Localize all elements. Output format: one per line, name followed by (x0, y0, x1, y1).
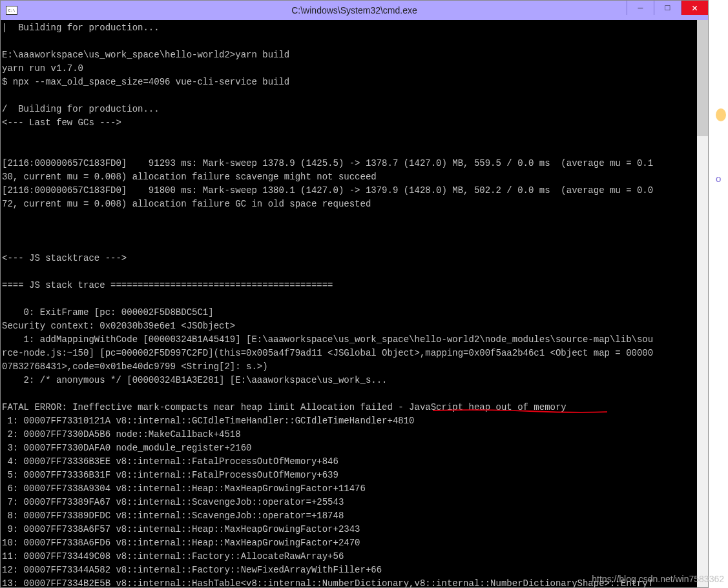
maximize-button[interactable]: □ (654, 1, 681, 15)
cmd-icon: C:\ (6, 6, 17, 15)
terminal-output[interactable]: | Building for production... E:\aaaworks… (1, 20, 697, 587)
scrollbar-vertical[interactable] (697, 20, 708, 587)
window-title: C:\windows\System32\cmd.exe (291, 5, 417, 15)
partial-letter: o (716, 173, 721, 184)
close-button[interactable]: ✕ (681, 1, 708, 15)
minimize-button[interactable]: — (627, 1, 654, 15)
right-background-strip (709, 0, 728, 588)
partial-orange-circle-icon (716, 108, 726, 121)
terminal-area: | Building for production... E:\aaaworks… (1, 20, 708, 587)
scrollbar-thumb[interactable] (697, 20, 708, 136)
window-buttons: — □ ✕ (627, 1, 708, 16)
titlebar[interactable]: C:\ C:\windows\System32\cmd.exe — □ ✕ (1, 1, 708, 20)
watermark-text: https://blog.csdn.net/win7583362 (592, 574, 724, 584)
cmd-window: C:\ C:\windows\System32\cmd.exe — □ ✕ | … (0, 0, 709, 588)
